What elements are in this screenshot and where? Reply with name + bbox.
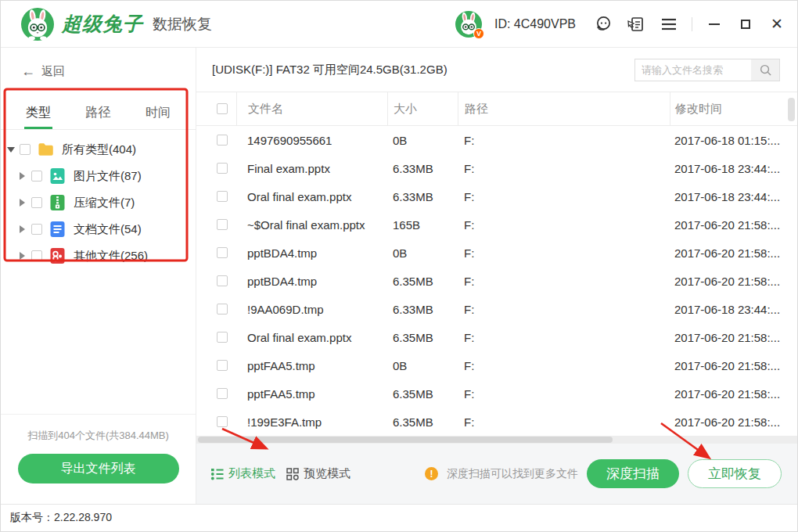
tree-item-all-types[interactable]: 所有类型(404)	[1, 136, 196, 163]
table-row[interactable]: pptBDA4.tmp 0B F: 2017-06-20 21:58:...	[196, 239, 797, 267]
file-time-cell: 2017-06-20 21:58:...	[670, 246, 797, 260]
version-label: 版本号：2.22.28.970	[10, 511, 112, 525]
feedback-button[interactable]	[626, 14, 646, 34]
file-time-cell: 2017-06-20 21:58:...	[670, 387, 797, 401]
checkbox[interactable]	[31, 250, 42, 261]
horizontal-scrollbar-thumb[interactable]	[198, 437, 613, 443]
list-mode-button[interactable]: 列表模式	[210, 466, 275, 481]
file-size-cell: 6.35MB	[387, 331, 458, 344]
column-header-size: 大小	[387, 92, 458, 125]
recover-now-button[interactable]: 立即恢复	[688, 459, 782, 488]
row-checkbox[interactable]	[217, 163, 228, 174]
close-button[interactable]: ✕	[767, 15, 786, 34]
checkbox[interactable]	[31, 197, 42, 208]
row-checkbox[interactable]	[217, 247, 228, 258]
file-path-cell: F:	[458, 190, 670, 203]
maximize-button[interactable]	[736, 15, 755, 34]
deep-scan-button[interactable]: 深度扫描	[587, 459, 679, 488]
other-file-icon	[49, 247, 66, 264]
export-file-list-button[interactable]: 导出文件列表	[18, 454, 179, 483]
preview-mode-button[interactable]: 预览模式	[286, 466, 350, 481]
tree-item-others[interactable]: 其他文件(256)	[1, 243, 196, 269]
table-row[interactable]: Oral final exam.pptx 6.35MB F: 2017-06-2…	[196, 323, 797, 351]
chevron-right-icon[interactable]	[20, 252, 25, 260]
search-box	[634, 59, 780, 81]
archive-file-icon	[49, 194, 66, 211]
tab-path[interactable]: 路径	[86, 105, 111, 129]
table-row[interactable]: pptBDA4.tmp 6.35MB F: 2017-06-20 21:58:.…	[196, 267, 797, 295]
row-checkbox[interactable]	[217, 416, 228, 427]
tree-item-archives[interactable]: 压缩文件(7)	[1, 189, 196, 216]
file-path-cell: F:	[458, 303, 670, 316]
minimize-icon	[709, 23, 720, 25]
brand-title: 超级兔子	[62, 11, 143, 37]
chevron-down-icon[interactable]	[7, 147, 15, 153]
customer-service-button[interactable]	[593, 14, 613, 34]
row-checkbox[interactable]	[217, 360, 228, 371]
titlebar-separator	[692, 17, 692, 31]
minimize-button[interactable]	[705, 15, 724, 34]
chevron-right-icon[interactable]	[20, 172, 25, 180]
menu-button[interactable]	[659, 14, 679, 34]
tree-item-label: 文档文件(54)	[74, 222, 142, 237]
table-row[interactable]: !9AA069D.tmp 6.33MB F: 2017-06-18 23:44:…	[196, 295, 797, 323]
tree-item-label: 压缩文件(7)	[74, 196, 135, 210]
tree-item-label: 所有类型(404)	[62, 142, 136, 157]
file-size-cell: 0B	[387, 246, 458, 260]
table-row[interactable]: 1497690955661 0B F: 2017-06-18 01:15:...	[196, 126, 797, 154]
row-checkbox[interactable]	[217, 191, 228, 202]
row-checkbox[interactable]	[217, 388, 228, 399]
table-header: 文件名 大小 路径 修改时间	[196, 92, 797, 126]
user-avatar[interactable]: V	[455, 11, 482, 38]
close-icon: ✕	[771, 16, 783, 31]
chevron-right-icon[interactable]	[20, 225, 25, 233]
table-row[interactable]: pptFAA5.tmp 0B F: 2017-06-20 21:58:...	[196, 351, 797, 379]
checkbox[interactable]	[31, 171, 42, 182]
row-checkbox[interactable]	[217, 275, 228, 286]
file-path-cell: F:	[458, 275, 670, 288]
row-checkbox[interactable]	[217, 219, 228, 230]
arrow-left-icon: ←	[21, 63, 35, 80]
file-name-cell: pptFAA5.tmp	[236, 359, 387, 372]
table-row[interactable]: Oral final exam.pptx 6.33MB F: 2017-06-1…	[196, 182, 797, 210]
chevron-right-icon[interactable]	[20, 199, 25, 207]
file-size-cell: 6.33MB	[387, 190, 458, 203]
column-header-path: 路径	[458, 92, 670, 125]
tree-item-documents[interactable]: 文档文件(54)	[1, 216, 196, 243]
titlebar: 超级兔子 数据恢复 V ID: 4C490VPB	[1, 1, 797, 48]
select-all-checkbox[interactable]	[217, 103, 228, 114]
disk-info: [UDISK(F:)] FAT32 可用空间24.5GB(31.2GB)	[212, 63, 634, 77]
customer-service-icon	[595, 15, 613, 33]
tree-item-images[interactable]: 图片文件(87)	[1, 163, 196, 189]
row-checkbox[interactable]	[217, 304, 228, 315]
tab-type[interactable]: 类型	[26, 105, 51, 129]
menu-icon	[660, 17, 678, 31]
file-time-cell: 2017-06-20 21:58:...	[670, 359, 797, 372]
file-table: 1497690955661 0B F: 2017-06-18 01:15:...…	[196, 126, 797, 436]
table-row[interactable]: pptFAA5.tmp 6.35MB F: 2017-06-20 21:58:.…	[196, 379, 797, 408]
checkbox[interactable]	[20, 144, 31, 155]
search-input[interactable]	[635, 59, 751, 81]
row-checkbox[interactable]	[217, 135, 228, 146]
row-checkbox[interactable]	[217, 332, 228, 343]
file-size-cell: 6.35MB	[387, 387, 458, 401]
image-file-icon	[49, 167, 66, 185]
user-id: ID: 4C490VPB	[494, 17, 576, 31]
file-path-cell: F:	[458, 387, 670, 401]
footer: 版本号：2.22.28.970	[1, 504, 797, 531]
file-name-cell: pptFAA5.tmp	[236, 387, 387, 401]
file-time-cell: 2017-06-20 21:58:...	[670, 415, 797, 429]
search-button[interactable]	[751, 59, 779, 81]
table-row[interactable]: !199E3FA.tmp 6.35MB F: 2017-06-20 21:58:…	[196, 408, 797, 436]
horizontal-scrollbar[interactable]	[196, 436, 797, 444]
tab-time[interactable]: 时间	[146, 105, 171, 129]
checkbox[interactable]	[31, 224, 42, 235]
table-row[interactable]: ~$Oral final exam.pptx 165B F: 2017-06-2…	[196, 210, 797, 239]
vertical-scrollbar-thumb[interactable]	[788, 98, 795, 121]
file-type-tree: 所有类型(404) 图片文件(87)	[1, 130, 196, 269]
back-button[interactable]: ← 返回	[21, 63, 76, 80]
column-header-time: 修改时间	[670, 92, 797, 125]
file-name-cell: ~$Oral final exam.pptx	[236, 218, 387, 232]
table-row[interactable]: Final exam.pptx 6.33MB F: 2017-06-18 23:…	[196, 154, 797, 182]
column-header-name: 文件名	[236, 92, 387, 125]
